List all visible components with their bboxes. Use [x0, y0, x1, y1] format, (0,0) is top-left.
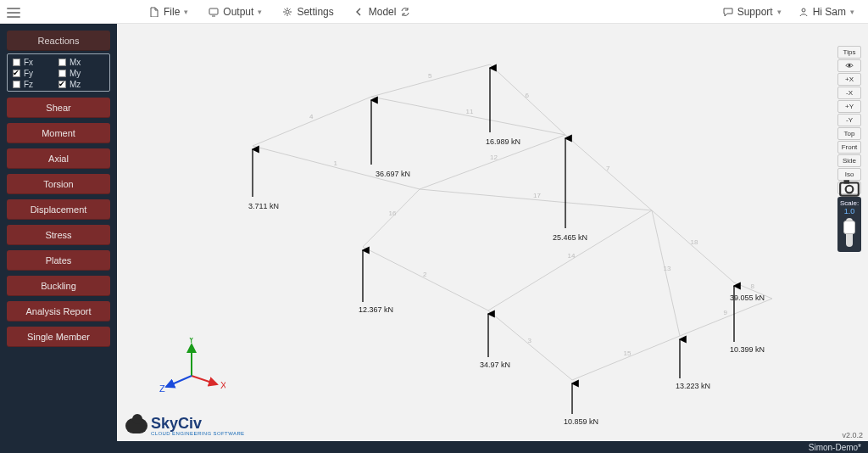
svg-text:Z: Z — [159, 383, 165, 394]
gear-icon — [282, 7, 292, 17]
member-label-14: 14 — [568, 252, 576, 260]
reaction-value-node-8: 34.97 kN — [480, 361, 510, 369]
user-icon — [798, 7, 809, 17]
status-model-name: Simon-Demo* — [809, 443, 861, 452]
sidebar-item-torsion[interactable]: Torsion — [7, 174, 110, 194]
member-9[interactable] — [680, 299, 772, 336]
version-label: v2.0.2 — [842, 431, 863, 439]
member-label-9: 9 — [724, 309, 727, 316]
member-label-8: 8 — [751, 282, 754, 290]
skyciv-logo: SkyCiv CLOUD ENGINEERING SOFTWARE — [125, 415, 245, 436]
member-1[interactable] — [253, 146, 420, 189]
member-label-4: 4 — [309, 113, 313, 120]
view-side[interactable]: Side — [837, 154, 861, 167]
reaction-filter-box: FxMxFyMyFzMz — [7, 53, 110, 92]
member-7[interactable] — [565, 135, 652, 210]
svg-point-9 — [849, 64, 851, 66]
sidebar-item-analysis-report[interactable]: Analysis Report — [7, 301, 110, 322]
reaction-value-node-2: 36.697 kN — [376, 170, 410, 178]
checkbox-icon — [58, 81, 66, 88]
svg-text:Y: Y — [188, 338, 195, 344]
member-6[interactable] — [490, 64, 565, 135]
model-canvas[interactable]: X Y Z SkyCiv CLOUD ENGINEERING SOFTWARE … — [117, 24, 868, 441]
file-icon — [149, 7, 159, 17]
reaction-value-node-10: 13.223 kN — [676, 382, 710, 390]
view-front[interactable]: Front — [837, 141, 861, 154]
view-minus-y[interactable]: -Y — [837, 114, 861, 126]
checkbox-icon — [13, 70, 20, 77]
view-tools: Tips+X-X+Y-YTopFrontSideIsoScale:1.0 — [837, 46, 861, 252]
member-label-7: 7 — [606, 165, 609, 172]
sync-icon — [400, 7, 410, 17]
scale-control[interactable]: Scale:1.0 — [837, 197, 861, 252]
back-icon — [354, 7, 364, 17]
chat-icon — [723, 7, 733, 17]
sidebar-item-reactions[interactable]: Reactions — [7, 31, 110, 51]
camera-icon — [838, 177, 860, 199]
member-label-6: 6 — [526, 92, 529, 99]
view-top[interactable]: Top — [837, 127, 861, 140]
member-label-18: 18 — [691, 238, 698, 246]
scale-slider[interactable] — [846, 218, 853, 247]
sidebar-item-single-member[interactable]: Single Member — [7, 327, 110, 347]
member-label-17: 17 — [533, 192, 541, 199]
sidebar-item-plates[interactable]: Plates — [7, 250, 110, 271]
view-plus-y[interactable]: +Y — [837, 100, 861, 113]
reaction-check-my[interactable]: My — [58, 69, 104, 78]
status-bar: Simon-Demo* — [0, 441, 868, 453]
checkbox-icon — [13, 59, 20, 66]
sidebar-item-buckling[interactable]: Buckling — [7, 276, 110, 296]
member-16[interactable] — [363, 189, 420, 247]
member-label-1: 1 — [334, 159, 337, 167]
reaction-value-node-9: 10.859 kN — [564, 417, 598, 426]
member-label-5: 5 — [428, 72, 431, 80]
member-11[interactable] — [371, 97, 565, 135]
svg-rect-12 — [844, 180, 850, 183]
view-snapshot[interactable] — [837, 182, 861, 194]
menu-file[interactable]: File▾ — [149, 6, 188, 18]
checkbox-icon — [13, 81, 20, 88]
member-3[interactable] — [488, 310, 572, 380]
sidebar-item-stress[interactable]: Stress — [7, 225, 110, 245]
reaction-check-mz[interactable]: Mz — [58, 80, 104, 89]
member-2[interactable] — [363, 247, 488, 310]
menu-output[interactable]: Output▾ — [209, 6, 262, 18]
svg-line-3 — [192, 376, 217, 384]
reaction-check-mx[interactable]: Mx — [58, 58, 104, 67]
member-5[interactable] — [371, 64, 490, 97]
svg-point-11 — [846, 185, 854, 193]
menu-model[interactable]: Model — [354, 6, 411, 18]
menu-settings[interactable]: Settings — [282, 6, 333, 18]
member-15[interactable] — [572, 336, 680, 380]
hamburger-menu[interactable] — [5, 5, 22, 19]
reaction-value-node-3: 16.989 kN — [486, 137, 520, 146]
member-label-13: 13 — [664, 265, 671, 272]
reaction-value-node-11: 39.055 kN — [730, 294, 765, 302]
reaction-check-fx[interactable]: Fx — [13, 58, 58, 67]
menu-support[interactable]: Support▾ — [723, 6, 782, 18]
member-label-2: 2 — [423, 271, 426, 278]
reaction-value-node-4: 25.465 kN — [553, 233, 587, 242]
member-13[interactable] — [652, 210, 680, 336]
view-tips[interactable]: Tips — [837, 46, 861, 59]
menu-user[interactable]: Hi Sam▾ — [798, 6, 854, 18]
chevron-down-icon: ▾ — [777, 8, 782, 16]
reaction-value-node-6: 10.399 kN — [730, 345, 765, 354]
sidebar-item-axial[interactable]: Axial — [7, 148, 110, 169]
view-plus-x[interactable]: +X — [837, 73, 861, 86]
member-label-15: 15 — [624, 350, 632, 357]
svg-text:X: X — [220, 380, 225, 390]
member-14[interactable] — [488, 210, 652, 310]
axes-compass: X Y Z — [158, 338, 225, 397]
sidebar-item-shear[interactable]: Shear — [7, 98, 110, 118]
reaction-value-node-7: 12.367 kN — [359, 305, 393, 314]
sidebar-item-displacement[interactable]: Displacement — [7, 199, 110, 220]
reaction-check-fz[interactable]: Fz — [13, 80, 58, 89]
reaction-check-fy[interactable]: Fy — [13, 69, 58, 78]
sidebar-item-moment[interactable]: Moment — [7, 123, 110, 143]
view-minus-x[interactable]: -X — [837, 87, 861, 99]
member-label-16: 16 — [389, 210, 397, 217]
member-4[interactable] — [253, 97, 371, 146]
view-visibility[interactable] — [837, 59, 861, 72]
eye-icon — [844, 62, 854, 70]
